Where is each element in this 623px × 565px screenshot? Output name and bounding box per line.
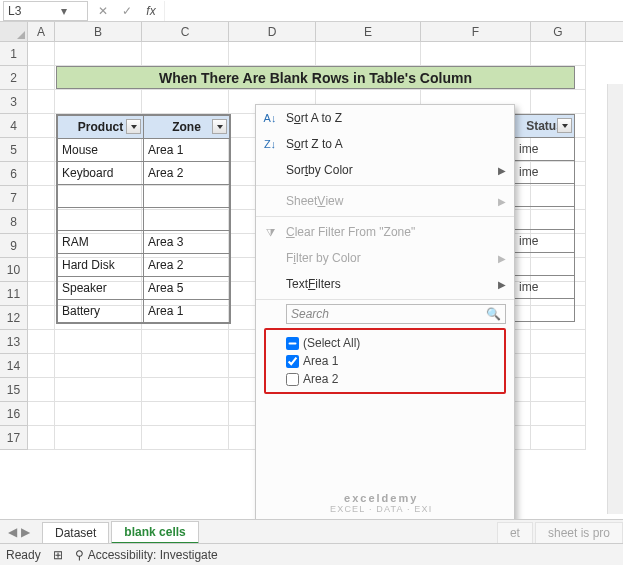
filter-icon[interactable] [126, 119, 141, 134]
cell-zone[interactable] [144, 208, 230, 231]
row-header[interactable]: 8 [0, 210, 28, 234]
row-header[interactable]: 7 [0, 186, 28, 210]
tab-partial[interactable]: sheet is pro [535, 522, 623, 543]
col-header[interactable]: F [421, 22, 531, 41]
row-header[interactable]: 6 [0, 162, 28, 186]
option-area1[interactable]: Area 1 [268, 352, 502, 370]
status-column: Status imeimeimeime [514, 114, 575, 322]
row-header[interactable]: 11 [0, 282, 28, 306]
sheet-tabs: ◀▶ Dataset blank cells et sheet is pro [0, 519, 623, 543]
cell-zone[interactable]: Area 1 [144, 300, 230, 323]
filter-icon[interactable] [212, 119, 227, 134]
cell-zone[interactable]: Area 2 [144, 254, 230, 277]
cancel-icon: ✕ [96, 4, 110, 18]
cell-product[interactable]: Speaker [58, 277, 144, 300]
cell-status[interactable] [515, 184, 575, 207]
settings-icon[interactable]: ⊞ [53, 548, 63, 562]
cell-product[interactable]: Keyboard [58, 162, 144, 185]
row-header[interactable]: 1 [0, 42, 28, 66]
sort-by-color[interactable]: Sort by Color▶ [256, 157, 514, 183]
cell-status[interactable]: ime [515, 276, 575, 299]
th-zone[interactable]: Zone [144, 116, 230, 139]
next-icon[interactable]: ▶ [21, 525, 30, 539]
tab-partial[interactable]: et [497, 522, 533, 543]
text-filters[interactable]: Text Filters▶ [256, 271, 514, 297]
namebox[interactable]: L3 ▾ [3, 1, 88, 21]
accessibility-status[interactable]: ⚲Accessibility: Investigate [75, 548, 218, 562]
select-all-corner[interactable] [0, 22, 28, 41]
row-header[interactable]: 10 [0, 258, 28, 282]
tab-dataset[interactable]: Dataset [42, 522, 109, 543]
th-product[interactable]: Product [58, 116, 144, 139]
sort-az-icon: A↓ [262, 112, 278, 124]
search-input[interactable]: Search🔍 [286, 304, 506, 324]
prev-icon[interactable]: ◀ [8, 525, 17, 539]
col-header[interactable]: E [316, 22, 421, 41]
separator [256, 185, 514, 186]
row-header[interactable]: 12 [0, 306, 28, 330]
cell-zone[interactable]: Area 3 [144, 231, 230, 254]
cell-status[interactable]: ime [515, 138, 575, 161]
namebox-value: L3 [8, 4, 46, 18]
cell-zone[interactable] [144, 185, 230, 208]
sort-za-icon: Z↓ [262, 138, 278, 150]
checkbox[interactable] [286, 337, 299, 350]
row-header[interactable]: 5 [0, 138, 28, 162]
checkbox[interactable] [286, 355, 299, 368]
cell-zone[interactable]: Area 5 [144, 277, 230, 300]
row-header[interactable]: 9 [0, 234, 28, 258]
cell-product[interactable]: Mouse [58, 139, 144, 162]
cell-status[interactable] [515, 207, 575, 230]
col-header[interactable]: D [229, 22, 316, 41]
checkbox[interactable] [286, 373, 299, 386]
row-header[interactable]: 14 [0, 354, 28, 378]
row-header[interactable]: 15 [0, 378, 28, 402]
row-header[interactable]: 13 [0, 330, 28, 354]
tab-nav[interactable]: ◀▶ [8, 525, 30, 539]
option-select-all[interactable]: (Select All) [268, 334, 502, 352]
arrow-right-icon: ▶ [498, 196, 506, 207]
data-table: Product Zone MouseArea 1KeyboardArea 2RA… [56, 114, 231, 324]
cell-product[interactable]: Hard Disk [58, 254, 144, 277]
status-bar: Ready ⊞ ⚲Accessibility: Investigate [0, 543, 623, 565]
option-area2[interactable]: Area 2 [268, 370, 502, 388]
filter-menu: A↓Sort A to Z Z↓Sort Z to A Sort by Colo… [255, 104, 515, 558]
cell-product[interactable]: RAM [58, 231, 144, 254]
page-title: When There Are Blank Rows in Table's Col… [56, 66, 575, 89]
row-header[interactable]: 2 [0, 66, 28, 90]
cell-product[interactable] [58, 185, 144, 208]
fx-icon[interactable]: fx [144, 4, 158, 18]
row-header[interactable]: 17 [0, 426, 28, 450]
cell-status[interactable]: ime [515, 230, 575, 253]
search-icon: 🔍 [486, 307, 501, 321]
filter-by-color: Filter by Color▶ [256, 245, 514, 271]
cell-status[interactable] [515, 253, 575, 276]
formula-input[interactable] [164, 1, 623, 21]
cell-zone[interactable]: Area 1 [144, 139, 230, 162]
row-header[interactable]: 4 [0, 114, 28, 138]
row-header[interactable]: 3 [0, 90, 28, 114]
person-icon: ⚲ [75, 548, 84, 562]
cell-status[interactable]: ime [515, 161, 575, 184]
col-header[interactable]: B [55, 22, 142, 41]
col-header[interactable]: G [531, 22, 586, 41]
cell-product[interactable]: Battery [58, 300, 144, 323]
col-header[interactable]: A [28, 22, 55, 41]
chevron-down-icon[interactable]: ▾ [46, 4, 84, 18]
sort-az[interactable]: A↓Sort A to Z [256, 105, 514, 131]
separator [256, 299, 514, 300]
cell-status[interactable] [515, 299, 575, 322]
filter-icon[interactable] [557, 118, 572, 133]
th-status[interactable]: Status [515, 115, 575, 138]
sort-za[interactable]: Z↓Sort Z to A [256, 131, 514, 157]
tab-blank-cells[interactable]: blank cells [111, 521, 198, 544]
row-header[interactable]: 16 [0, 402, 28, 426]
col-header[interactable]: C [142, 22, 229, 41]
sheet-view: Sheet View▶ [256, 188, 514, 214]
separator [256, 216, 514, 217]
funnel-icon: ⧩ [262, 226, 278, 239]
cell-product[interactable] [58, 208, 144, 231]
vertical-scrollbar[interactable] [607, 84, 623, 514]
cell-zone[interactable]: Area 2 [144, 162, 230, 185]
check-icon: ✓ [120, 4, 134, 18]
